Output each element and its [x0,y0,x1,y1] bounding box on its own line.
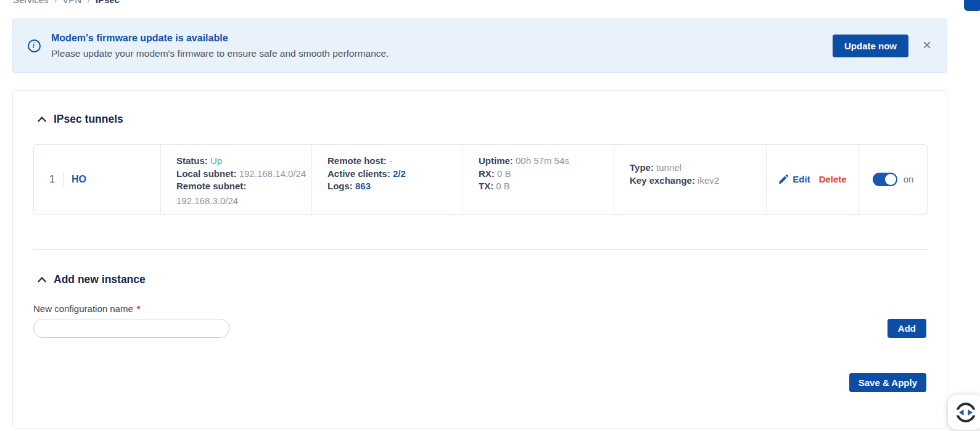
status-label: Status: [176,155,208,166]
remote-host-label: Remote host: [327,155,387,166]
active-clients-label: Active clients: [327,168,390,179]
status-value: Up [210,155,222,166]
uptime-label: Uptime: [479,155,513,166]
section-title: IPsec tunnels [54,113,123,126]
pencil-icon [778,174,788,184]
info-icon: i [28,39,41,52]
corner-panel-tab[interactable] [964,0,980,11]
section-header-add-new-instance[interactable]: Add new instance [38,273,146,286]
firmware-update-banner: i Modem's firmware update is available P… [12,18,947,73]
banner-message: Please update your modem's firmware to e… [51,48,389,59]
section-header-ipsec-tunnels[interactable]: IPsec tunnels [38,113,123,126]
tx-label: TX: [479,181,493,191]
breadcrumb-separator-icon: › [54,0,57,5]
table-cell-name: 1 HO [34,145,160,214]
key-exchange-value: ikev2 [698,175,719,186]
ipsec-card: IPsec tunnels 1 HO Status: Up Local subn… [12,90,947,429]
breadcrumb-item-services[interactable]: Services [13,0,49,5]
code-brackets-icon [955,401,977,424]
active-clients-link[interactable]: 2/2 [393,168,406,179]
toggle-state-label: on [904,173,914,186]
tunnel-name-link[interactable]: HO [72,173,86,186]
logs-label: Logs: [327,181,353,191]
local-subnet-label: Local subnet: [176,168,237,179]
config-name-label-text: New configuration name [33,303,133,314]
rx-value: 0 B [497,168,511,179]
required-marker: * [137,303,141,314]
table-cell-actions: Edit Delete [766,145,859,214]
chevron-up-icon [38,117,46,122]
config-name-input[interactable] [33,319,229,338]
chevron-up-icon [38,277,46,282]
section-title: Add new instance [54,273,146,286]
rx-label: RX: [479,168,495,179]
breadcrumb-item-ipsec: IPsec [96,0,120,5]
tx-value: 0 B [496,181,510,191]
edit-button[interactable]: Edit [778,173,810,186]
save-apply-button[interactable]: Save & Apply [849,373,926,392]
table-cell-toggle: on [859,145,927,214]
config-name-label: New configuration name* [33,303,141,314]
table-cell-subnets: Status: Up Local subnet: 192.168.14.0/24… [160,145,311,214]
remote-host-value: - [389,155,392,166]
logs-link[interactable]: 863 [355,181,371,191]
divider [63,173,64,186]
enable-toggle[interactable] [873,173,897,186]
toggle-knob [885,174,896,185]
type-value: tunnel [656,162,681,173]
row-index: 1 [49,173,55,186]
table-cell-clients: Remote host: - Active clients: 2/2 Logs:… [311,145,463,214]
banner-title: Modem's firmware update is available [51,33,389,44]
local-subnet-value: 192.168.14.0/24 [239,168,306,179]
delete-button[interactable]: Delete [819,173,847,186]
table-cell-type: Type: tunnel Key exchange: ikev2 [614,145,766,214]
tunnels-table: 1 HO Status: Up Local subnet: 192.168.14… [33,144,928,215]
divider [33,249,928,250]
breadcrumb: Services › VPN › IPsec [13,0,120,5]
dev-tools-button[interactable] [948,395,980,430]
breadcrumb-separator-icon: › [87,0,90,5]
remote-subnet-label: Remote subnet: [176,181,246,191]
type-label: Type: [630,162,654,173]
uptime-value: 00h 57m 54s [516,155,569,166]
breadcrumb-item-vpn[interactable]: VPN [62,0,81,5]
key-exchange-label: Key exchange: [630,175,695,186]
table-cell-traffic: Uptime: 00h 57m 54s RX: 0 B TX: 0 B [463,145,614,214]
remote-subnet-value: 192.168.3.0/24 [176,195,238,206]
close-icon[interactable]: × [920,38,934,53]
update-now-button[interactable]: Update now [833,35,908,57]
add-button[interactable]: Add [887,319,926,338]
edit-label: Edit [793,173,810,186]
